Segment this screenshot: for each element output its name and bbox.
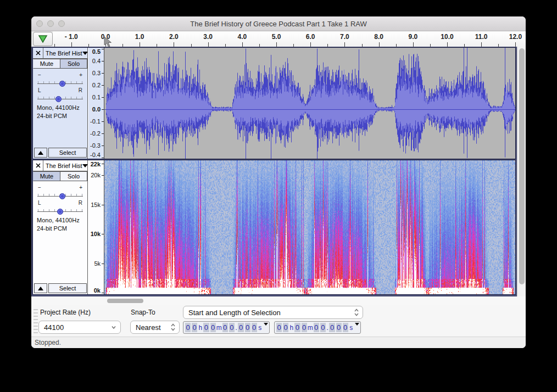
time-char[interactable]: 0: [343, 323, 348, 332]
scale-tick: [102, 158, 104, 158]
time-char[interactable]: 0: [222, 323, 228, 332]
timeline-pin-button[interactable]: [33, 32, 53, 46]
time-char[interactable]: 0: [283, 323, 288, 332]
track1-collapse-button[interactable]: [34, 148, 47, 158]
time-char[interactable]: 0: [203, 323, 209, 332]
status-text: Stopped.: [35, 339, 61, 346]
horizontal-scrollbar[interactable]: [31, 296, 526, 305]
selection-length-timefield[interactable]: 00h00m00.000s: [274, 321, 361, 334]
track2-gain-slider[interactable]: −+: [37, 184, 83, 198]
ruler-tick: [344, 42, 345, 47]
selection-start-timefield[interactable]: 00h00m00.000s: [183, 321, 270, 334]
scale-tick: [102, 121, 104, 122]
time-char[interactable]: .: [326, 323, 329, 332]
close-x-icon: [36, 163, 41, 168]
snap-to-label: Snap-To: [131, 309, 155, 316]
time-char[interactable]: 0: [192, 323, 197, 332]
pan-slider-thumb[interactable]: [57, 209, 63, 215]
track1-name-menu[interactable]: The Brief Hist: [43, 48, 87, 59]
time-char[interactable]: .: [235, 323, 238, 332]
timefield-format-arrow-icon[interactable]: [355, 323, 359, 326]
audacity-window: The Brief History of Greece Podcast Part…: [31, 16, 526, 348]
horizontal-scrollbar-thumb[interactable]: [107, 299, 143, 303]
track2-solo-button[interactable]: Solo: [60, 171, 87, 181]
selection-mode-select[interactable]: Start and Length of Selection: [183, 306, 363, 319]
time-char[interactable]: m: [216, 324, 222, 332]
time-char[interactable]: 0: [185, 323, 191, 332]
collapse-triangle-icon: [38, 151, 43, 155]
track1-pan-slider[interactable]: LR: [37, 87, 83, 100]
track1-solo-button[interactable]: Solo: [60, 59, 87, 69]
chevron-down-icon: [110, 324, 117, 331]
scale-label: 5k: [94, 260, 101, 267]
track1-select-button[interactable]: Select: [48, 148, 87, 158]
track2-vertical-scale[interactable]: 22k20k15k10k5k0k: [88, 160, 104, 294]
timefield-format-arrow-icon[interactable]: [264, 323, 268, 326]
track1-gain-slider[interactable]: −+: [37, 72, 83, 85]
track1-vertical-scale[interactable]: 0.50.40.30.20.10.0-0.1-0.2-0.3-0.4: [88, 48, 104, 159]
ruler-tick: [447, 42, 448, 47]
gain-slider-thumb[interactable]: [59, 81, 65, 87]
scale-label: 0.2: [92, 81, 101, 89]
time-char[interactable]: 0: [302, 323, 307, 332]
collapse-triangle-icon: [38, 287, 43, 290]
track2-mute-button[interactable]: Mute: [33, 171, 60, 181]
vertical-scrollbar-thumb[interactable]: [519, 48, 525, 284]
ruler-label: 3.0: [195, 33, 221, 41]
spectrogram-display[interactable]: [104, 160, 515, 294]
time-char[interactable]: 0: [294, 323, 300, 332]
waveform-display[interactable]: [104, 48, 515, 159]
time-char[interactable]: m: [308, 324, 313, 332]
track2-collapse-button[interactable]: [34, 283, 47, 293]
timeline-ruler[interactable]: - 1.00.01.02.03.04.05.06.07.08.09.010.01…: [53, 31, 526, 47]
time-char[interactable]: 0: [210, 323, 216, 332]
track1-mute-button[interactable]: Mute: [33, 59, 60, 69]
ruler-tick: [413, 42, 414, 47]
gain-slider-thumb[interactable]: [59, 193, 65, 199]
time-char[interactable]: 0: [314, 323, 319, 332]
time-char[interactable]: 0: [238, 323, 243, 332]
vertical-scrollbar[interactable]: [517, 47, 526, 296]
pan-slider-thumb[interactable]: [55, 96, 62, 102]
toolbar-grip-handle[interactable]: [34, 309, 38, 333]
time-char[interactable]: 0: [229, 323, 235, 332]
time-char[interactable]: 0: [276, 323, 282, 332]
dropdown-triangle-icon: [82, 164, 87, 167]
scale-tick: [102, 293, 104, 293]
ruler-tick: [481, 42, 482, 47]
scale-tick: [102, 175, 104, 176]
track2-name-menu[interactable]: The Brief Hist: [43, 160, 87, 171]
mouse-cursor: [104, 36, 112, 48]
project-rate-combobox[interactable]: 44100: [38, 321, 121, 334]
chevron-up-down-icon: [170, 323, 176, 332]
scale-tick: [102, 133, 104, 134]
ruler-tick: [515, 42, 516, 47]
scale-label: 15k: [91, 201, 101, 209]
time-char[interactable]: 0: [252, 323, 257, 332]
track2-close-button[interactable]: [33, 160, 43, 171]
time-char[interactable]: s: [258, 324, 263, 332]
time-char[interactable]: 0: [245, 323, 250, 332]
window-title: The Brief History of Greece Podcast Part…: [31, 16, 526, 31]
time-char[interactable]: h: [198, 324, 203, 332]
ruler-tick: [310, 42, 311, 47]
scale-tick: [102, 145, 104, 146]
snap-to-select[interactable]: Nearest: [130, 321, 180, 334]
ruler-label: 10.0: [434, 33, 460, 41]
track-waveform: The Brief Hist Mute Solo −+ LR: [32, 47, 516, 159]
time-char[interactable]: 0: [320, 323, 326, 332]
track2-select-button[interactable]: Select: [48, 283, 87, 293]
time-char[interactable]: s: [349, 324, 354, 332]
track2-pan-slider[interactable]: LR: [37, 200, 83, 213]
project-rate-value: 44100: [39, 323, 110, 332]
track1-close-button[interactable]: [33, 48, 43, 59]
scale-label: -0.1: [90, 117, 101, 125]
time-char[interactable]: 0: [336, 323, 342, 332]
ruler-label: 11.0: [468, 33, 494, 41]
time-char[interactable]: h: [289, 324, 294, 332]
status-bar: Stopped.: [31, 337, 526, 348]
title-bar[interactable]: The Brief History of Greece Podcast Part…: [31, 16, 526, 31]
tracks-area: The Brief Hist Mute Solo −+ LR: [31, 47, 526, 296]
time-char[interactable]: 0: [329, 323, 335, 332]
ruler-label: 7.0: [331, 33, 358, 41]
